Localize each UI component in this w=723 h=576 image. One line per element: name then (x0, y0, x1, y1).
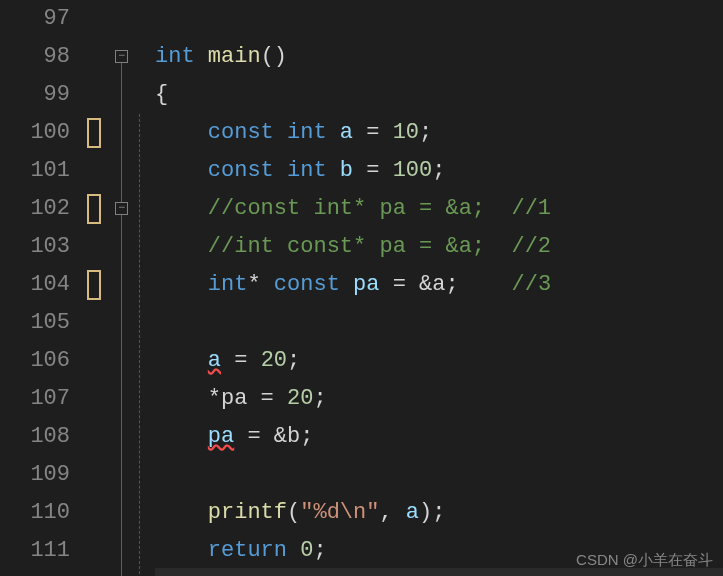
code-line[interactable]: { (155, 76, 723, 114)
keyword-int: int (155, 44, 195, 69)
address-of-a: &a (419, 272, 445, 297)
code-line[interactable]: //const int* pa = &a; //1 (155, 190, 723, 228)
brace-open: { (155, 82, 168, 107)
change-marker-icon (87, 194, 101, 224)
code-line[interactable]: int* const pa = &a; //3 (155, 266, 723, 304)
code-line[interactable] (155, 0, 723, 38)
change-marker-icon (87, 118, 101, 148)
call-printf: printf (208, 500, 287, 525)
line-number: 109 (0, 456, 70, 494)
change-marker-column (85, 0, 115, 576)
line-number: 104 (0, 266, 70, 304)
fold-collapse-icon[interactable]: − (115, 202, 128, 215)
line-number: 111 (0, 532, 70, 570)
line-number: 101 (0, 152, 70, 190)
fold-column: − − (115, 0, 135, 576)
line-number: 98 (0, 38, 70, 76)
code-editor[interactable]: 97 98 99 100 101 102 103 104 105 106 107… (0, 0, 723, 576)
watermark-text: CSDN @小羊在奋斗 (576, 551, 713, 570)
code-line[interactable]: //int const* pa = &a; //2 (155, 228, 723, 266)
code-line[interactable]: int main() (155, 38, 723, 76)
identifier-main: main (208, 44, 261, 69)
identifier-b: b (340, 158, 353, 183)
line-number: 107 (0, 380, 70, 418)
line-number: 105 (0, 304, 70, 342)
code-line[interactable] (155, 456, 723, 494)
fold-collapse-icon[interactable]: − (115, 50, 128, 63)
line-number: 102 (0, 190, 70, 228)
indent-guide-line (139, 114, 140, 574)
string-literal: "%d\n" (300, 500, 379, 525)
code-line[interactable]: const int b = 100; (155, 152, 723, 190)
code-line[interactable]: pa = &b; (155, 418, 723, 456)
code-line[interactable]: *pa = 20; (155, 380, 723, 418)
comment: //int const* pa = &a; //2 (208, 234, 551, 259)
indent-guide-column (135, 0, 155, 576)
identifier-pa: pa (353, 272, 379, 297)
error-identifier: pa (208, 424, 234, 449)
change-marker-icon (87, 270, 101, 300)
comment: //3 (511, 272, 551, 297)
address-of-b: &b (274, 424, 300, 449)
line-number-gutter: 97 98 99 100 101 102 103 104 105 106 107… (0, 0, 85, 576)
number-literal: 100 (393, 158, 433, 183)
fold-guide-line (121, 63, 122, 576)
keyword-return: return (208, 538, 287, 563)
keyword-const: const (208, 120, 274, 145)
code-line[interactable]: const int a = 10; (155, 114, 723, 152)
line-number: 106 (0, 342, 70, 380)
code-area[interactable]: int main() { const int a = 10; const int… (155, 0, 723, 576)
line-number: 110 (0, 494, 70, 532)
error-identifier: a (208, 348, 221, 373)
line-number: 108 (0, 418, 70, 456)
number-literal: 10 (393, 120, 419, 145)
line-number: 99 (0, 76, 70, 114)
line-number: 100 (0, 114, 70, 152)
code-line[interactable] (155, 304, 723, 342)
identifier-a: a (340, 120, 353, 145)
line-number: 97 (0, 0, 70, 38)
deref-pa: *pa (208, 386, 248, 411)
comment: //const int* pa = &a; //1 (208, 196, 551, 221)
code-line[interactable]: printf("%d\n", a); (155, 494, 723, 532)
code-line[interactable]: a = 20; (155, 342, 723, 380)
pointer-star: * (247, 272, 260, 297)
line-number: 103 (0, 228, 70, 266)
